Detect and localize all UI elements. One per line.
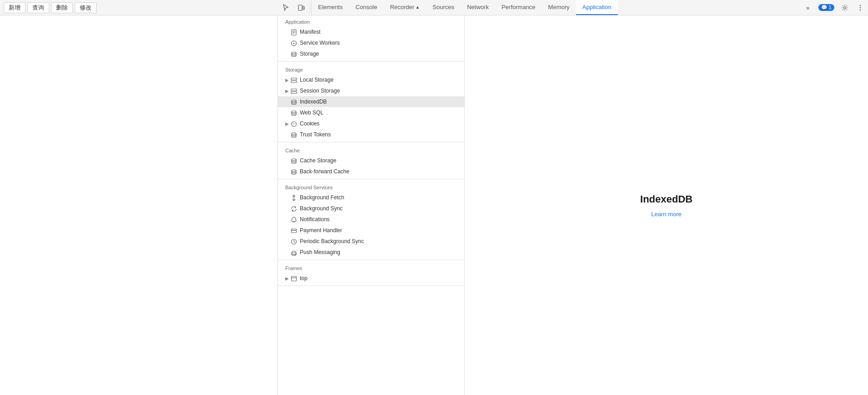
- tab-network[interactable]: Network: [461, 0, 495, 15]
- tab-recorder[interactable]: Recorder ▲: [384, 0, 426, 15]
- tab-sources[interactable]: Sources: [426, 0, 461, 15]
- storage-icon: [291, 50, 297, 57]
- section-label-application: Application: [278, 16, 464, 26]
- manifest-icon: [291, 28, 297, 36]
- devtools-panel: ApplicationManifestService WorkersStorag…: [278, 16, 868, 395]
- devtools-icon-buttons: [278, 0, 312, 15]
- svg-point-31: [292, 170, 296, 172]
- tab-memory[interactable]: Memory: [542, 0, 576, 15]
- arrow-icon: ▶: [285, 276, 289, 281]
- svg-rect-35: [292, 229, 297, 233]
- sidebar-item-payment-handler[interactable]: Payment Handler: [278, 225, 464, 236]
- trust-tokens-icon: [291, 131, 297, 138]
- app-area: [0, 16, 278, 395]
- sidebar-item-label: Trust Tokens: [300, 131, 331, 138]
- sidebar-item-periodic-background-sync[interactable]: Periodic Background Sync: [278, 236, 464, 247]
- more-options-icon[interactable]: [853, 0, 868, 16]
- more-tabs-button[interactable]: »: [800, 0, 816, 16]
- sidebar-item-label: top: [300, 275, 308, 281]
- svg-point-2: [844, 6, 846, 9]
- svg-point-5: [860, 9, 861, 10]
- sidebar-item-label: Web SQL: [300, 109, 324, 116]
- sidebar: ApplicationManifestService WorkersStorag…: [278, 16, 465, 395]
- push-messaging-icon: [291, 249, 297, 256]
- svg-point-3: [860, 5, 861, 5]
- svg-point-38: [292, 253, 296, 255]
- svg-point-27: [294, 123, 295, 124]
- svg-point-23: [292, 100, 296, 102]
- svg-rect-22: [291, 92, 297, 94]
- sidebar-item-session-storage[interactable]: ▶Session Storage: [278, 85, 464, 96]
- section-label-cache: Cache: [278, 144, 464, 155]
- console-badge[interactable]: 💬 1: [816, 4, 837, 11]
- sidebar-item-trust-tokens[interactable]: Trust Tokens: [278, 129, 464, 140]
- background-sync-icon: [291, 205, 297, 212]
- svg-point-29: [292, 133, 296, 135]
- svg-point-16: [292, 52, 296, 54]
- arrow-icon: ▶: [285, 121, 289, 126]
- tab-application[interactable]: Application: [576, 0, 618, 15]
- tab-performance[interactable]: Performance: [495, 0, 542, 15]
- back-forward-cache-icon: [291, 168, 297, 175]
- svg-rect-17: [291, 78, 297, 80]
- background-fetch-icon: [291, 194, 297, 201]
- sidebar-item-service-workers[interactable]: Service Workers: [278, 37, 464, 48]
- svg-point-28: [293, 125, 294, 125]
- local-storage-icon: [291, 76, 297, 83]
- learn-more-link[interactable]: Learn more: [651, 211, 681, 218]
- devtools-tab-list: ElementsConsoleRecorder ▲SourcesNetworkP…: [312, 0, 800, 15]
- app-btn-删除[interactable]: 删除: [51, 2, 73, 13]
- section-label-background-services: Background Services: [278, 181, 464, 192]
- top-frame-icon: [291, 275, 297, 282]
- sidebar-item-back-forward-cache[interactable]: Back-forward Cache: [278, 166, 464, 177]
- sidebar-item-cookies[interactable]: ▶Cookies: [278, 118, 464, 129]
- sidebar-item-label: Background Sync: [300, 205, 343, 212]
- svg-point-30: [292, 159, 296, 161]
- sidebar-item-background-sync[interactable]: Background Sync: [278, 203, 464, 214]
- settings-icon[interactable]: [837, 0, 853, 16]
- section-label-frames: Frames: [278, 262, 464, 273]
- tab-elements[interactable]: Elements: [312, 0, 349, 15]
- app-btn-新增[interactable]: 新增: [4, 2, 26, 13]
- sidebar-item-background-fetch[interactable]: Background Fetch: [278, 192, 464, 203]
- sidebar-item-local-storage[interactable]: ▶Local Storage: [278, 74, 464, 85]
- svg-point-26: [293, 123, 293, 124]
- sidebar-item-label: Service Workers: [300, 40, 340, 46]
- sidebar-item-storage[interactable]: Storage: [278, 48, 464, 59]
- indexeddb-icon: [291, 98, 297, 105]
- section-divider-frames: [278, 286, 464, 286]
- sidebar-item-label: Cookies: [300, 120, 319, 127]
- sidebar-item-web-sql[interactable]: Web SQL: [278, 107, 464, 118]
- app-btn-查询[interactable]: 查询: [27, 2, 49, 13]
- cache-storage-icon: [291, 157, 297, 164]
- device-icon[interactable]: [293, 0, 309, 16]
- sidebar-item-top-frame[interactable]: ▶top: [278, 273, 464, 284]
- svg-point-4: [860, 7, 861, 8]
- cursor-icon[interactable]: [278, 0, 293, 16]
- payment-handler-icon: [291, 227, 297, 234]
- sidebar-item-cache-storage[interactable]: Cache Storage: [278, 155, 464, 166]
- service-workers-icon: [291, 39, 297, 47]
- main-content: ApplicationManifestService WorkersStorag…: [0, 16, 868, 395]
- tab-console[interactable]: Console: [349, 0, 384, 15]
- section-divider-cache: [278, 179, 464, 179]
- cookies-icon: [291, 120, 297, 127]
- section-label-storage: Storage: [278, 63, 464, 74]
- sidebar-item-notifications[interactable]: Notifications: [278, 214, 464, 225]
- svg-rect-0: [298, 5, 302, 10]
- svg-point-25: [292, 121, 297, 126]
- svg-rect-18: [291, 81, 297, 83]
- app-btn-修改[interactable]: 修改: [75, 2, 97, 13]
- sidebar-item-manifest[interactable]: Manifest: [278, 26, 464, 37]
- notifications-icon: [291, 216, 297, 223]
- sidebar-item-label: Cache Storage: [300, 157, 336, 164]
- svg-rect-21: [291, 89, 297, 91]
- sidebar-item-push-messaging[interactable]: Push Messaging: [278, 247, 464, 258]
- section-divider-storage: [278, 142, 464, 142]
- sidebar-item-indexeddb[interactable]: IndexedDB: [278, 96, 464, 107]
- sidebar-item-label: Back-forward Cache: [300, 168, 349, 175]
- sidebar-item-label: IndexedDB: [300, 99, 327, 105]
- sidebar-item-label: Background Fetch: [300, 194, 344, 201]
- svg-point-24: [292, 111, 296, 113]
- section-divider-application: [278, 61, 464, 62]
